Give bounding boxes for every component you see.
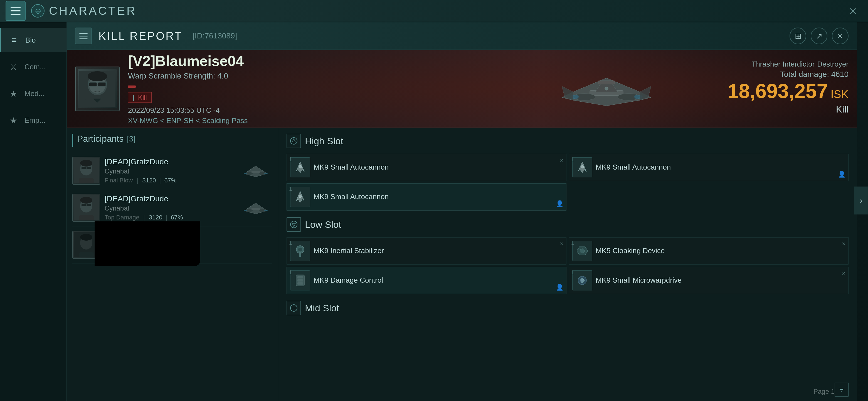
slot-item-name: MK5 Cloaking Device	[596, 246, 665, 256]
svg-rect-36	[79, 215, 94, 220]
sidebar-item-combat[interactable]: ⚔ Com...	[0, 55, 66, 79]
sidebar-combat-label: Com...	[25, 63, 46, 71]
slot-item-num: 1	[289, 240, 292, 246]
participant-ship-image-2	[239, 197, 272, 219]
stat-damage-1: 3120	[142, 177, 156, 184]
sidebar-item-employment[interactable]: ★ Emp...	[0, 108, 66, 133]
slot-item: 1 MK9 Small Microwarpdrive ×	[569, 267, 848, 294]
slot-item-icon	[290, 157, 310, 177]
slot-item-highlighted: 1 MK9 Damage Control 👤	[286, 267, 566, 294]
kill-report-panel: KILL REPORT [ID:7613089] ⊞ ↗ ×	[67, 22, 857, 401]
copy-button[interactable]: ⊞	[789, 28, 806, 44]
low-slot-section: Low Slot 1 M	[286, 217, 848, 294]
svg-rect-64	[298, 282, 303, 285]
slot-item-name: MK9 Small Autocannon	[313, 163, 389, 172]
svg-rect-37	[251, 208, 260, 210]
character-logo-icon: ⊕	[31, 4, 44, 18]
participant-info: [DEAD]GratzDude Cynabal Final Blow | 312…	[104, 157, 235, 184]
mid-slot-section: Mid Slot	[286, 301, 848, 317]
stat-percent-1: 67%	[164, 177, 176, 184]
right-collapse-tab[interactable]: ›	[854, 187, 868, 214]
participant-item: [DEAD]GratzDude Cynabal Top Damage | 312…	[72, 189, 272, 226]
svg-point-8	[88, 71, 107, 81]
slot-item-name: MK9 Damage Control	[313, 276, 383, 285]
svg-point-48	[299, 165, 302, 168]
participant-ship-image	[239, 160, 272, 182]
participant-item-3	[72, 226, 272, 263]
slot-item-highlighted: 1 MK9 Small Autocannon 👤	[286, 183, 566, 210]
svg-point-52	[299, 195, 302, 198]
total-damage-value: 4610	[831, 70, 848, 79]
low-slot-items: 1 MK9 Inertial Stabilizer ×	[286, 237, 848, 294]
participants-panel: Participants [3] [DEAD]GratzDude	[67, 128, 278, 401]
participant-name: [DEAD]GratzDude	[104, 157, 235, 166]
svg-point-59	[580, 249, 585, 253]
svg-rect-23	[87, 167, 91, 169]
app-close-button[interactable]: ×	[849, 3, 857, 19]
slot-item-close-icon[interactable]: ×	[560, 240, 563, 248]
slot-item-name: MK9 Small Autocannon	[313, 192, 389, 202]
svg-rect-34	[87, 204, 91, 206]
ship-name-class: Thrasher Interdictor Destroyer	[727, 58, 848, 69]
slot-item-icon	[572, 241, 592, 261]
share-button[interactable]: ↗	[811, 28, 827, 44]
slot-item-icon	[290, 187, 310, 207]
pilot-portrait	[75, 66, 120, 111]
panel-menu-button[interactable]	[75, 28, 92, 44]
slot-item-name: MK9 Inertial Stabilizer	[313, 246, 384, 256]
sidebar-item-bio[interactable]: ≡ Bio	[0, 28, 66, 52]
svg-rect-62	[298, 276, 303, 279]
slot-item-icon	[572, 157, 592, 177]
ship-class-label: Destroyer	[817, 60, 848, 68]
slot-item-empty	[569, 183, 848, 208]
kill-badge-text: Kill	[138, 93, 147, 101]
pilot-face	[78, 69, 117, 108]
main-content: Participants [3] [DEAD]GratzDude	[67, 128, 857, 401]
svg-rect-3	[89, 82, 97, 86]
svg-point-44	[80, 234, 92, 240]
slot-item-icon	[290, 270, 310, 290]
employment-icon: ★	[7, 114, 20, 127]
slot-item-num: 1	[289, 156, 292, 163]
mid-slot-icon	[286, 301, 301, 315]
page-indicator: Page 1	[813, 388, 835, 395]
svg-point-67	[581, 279, 584, 282]
participant-info-2: [DEAD]GratzDude Cynabal Top Damage | 312…	[104, 194, 235, 221]
medals-icon: ★	[7, 87, 20, 100]
panel-header: KILL REPORT [ID:7613089] ⊞ ↗ ×	[67, 22, 857, 50]
svg-rect-7	[106, 82, 107, 85]
slot-item-user-icon: 👤	[838, 171, 845, 178]
slot-item-close-icon[interactable]: ×	[842, 270, 845, 277]
total-damage-label: Total damage:	[780, 70, 829, 79]
slot-item-num: 1	[571, 240, 574, 246]
participants-header: Participants [3]	[72, 134, 272, 147]
slot-item-icon	[572, 270, 592, 290]
sidebar-employment-label: Emp...	[25, 116, 45, 125]
slot-item: 1 MK5 Cloaking Device ×	[569, 237, 848, 264]
svg-rect-26	[251, 171, 260, 173]
high-slot-icon	[286, 134, 301, 148]
panel-close-button[interactable]: ×	[832, 28, 848, 44]
svg-point-30	[264, 173, 268, 174]
high-slot-header: High Slot	[286, 134, 848, 150]
hamburger-menu-button[interactable]	[6, 1, 26, 21]
stat-damage-2: 3120	[149, 214, 162, 221]
participant-stats-2: Top Damage | 3120 | 67%	[104, 214, 235, 221]
slot-item-name: MK9 Small Autocannon	[596, 163, 671, 172]
slot-item: 1 MK9 Small Autocannon ×	[286, 154, 566, 181]
svg-point-24	[80, 160, 92, 167]
svg-rect-63	[298, 279, 303, 282]
slot-item-close-icon[interactable]: ×	[560, 157, 563, 164]
participant-item: [DEAD]GratzDude Cynabal Final Blow | 312…	[72, 152, 272, 189]
slot-item-close-icon[interactable]: ×	[842, 240, 845, 248]
sidebar-item-medals[interactable]: ★ Med...	[0, 81, 66, 106]
kill-stats: Thrasher Interdictor Destroyer Total dam…	[727, 58, 848, 115]
slot-item-name: MK9 Small Microwarpdrive	[596, 276, 682, 285]
slot-item-num: 1	[571, 269, 574, 276]
high-slot-items: 1 MK9 Small Autocannon ×	[286, 154, 848, 210]
svg-point-56	[298, 247, 302, 252]
kill-location: XV-MWG < ENP-SH < Scalding Pass	[128, 116, 848, 125]
low-slot-icon	[286, 217, 301, 232]
filter-button[interactable]	[835, 383, 848, 397]
total-damage: Total damage: 4610	[727, 70, 848, 79]
